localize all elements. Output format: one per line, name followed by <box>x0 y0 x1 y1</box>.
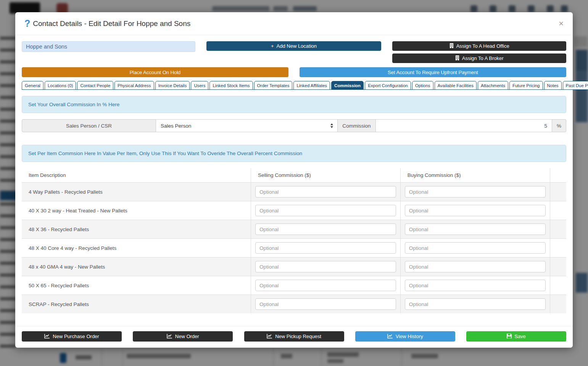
table-row: 48 X 36 - Recycled Pallets <box>22 220 566 238</box>
tab-contact-people[interactable]: Contact People <box>77 81 113 90</box>
selling-commission-input[interactable] <box>255 298 396 310</box>
item-description: 48 X 40 Core 4 way - Recycled Pallets <box>22 239 251 257</box>
buying-commission-input[interactable] <box>405 205 546 216</box>
selling-commission-input[interactable] <box>255 280 396 291</box>
header-selling-commission: Selling Commission ($) <box>251 168 400 182</box>
assign-head-office-button[interactable]: Assign To A Head Office <box>392 41 566 51</box>
tab-invoice-details[interactable]: Invoice Details <box>155 81 190 90</box>
table-row: 4 Way Pallets - Recycled Pallets <box>22 182 566 201</box>
table-header-row: Item Description Selling Commission ($) … <box>22 168 566 182</box>
modal-body: + Add New Location Assign To A Head Offi… <box>15 35 573 326</box>
selling-commission-input[interactable] <box>255 205 396 216</box>
tab-linked-affiliates[interactable]: Linked Affiliates <box>293 81 330 90</box>
sales-person-selected-value: Sales Person <box>161 123 191 129</box>
buying-commission-input[interactable] <box>405 242 546 254</box>
modal-title: Contact Details - Edit Detail For Hoppe … <box>33 19 190 28</box>
item-description: 50 X 65 - Recycled Pallets <box>22 276 251 295</box>
buying-commission-input[interactable] <box>405 223 546 235</box>
save-label: Save <box>514 334 526 339</box>
tab-bar: General Locations (0) Contact People Phy… <box>22 81 566 90</box>
new-order-label: New Order <box>175 334 199 339</box>
table-row: SCRAP - Recycled Pallets <box>22 295 566 313</box>
tab-locations[interactable]: Locations (0) <box>45 81 76 90</box>
contact-details-modal: ? Contact Details - Edit Detail For Hopp… <box>15 12 573 348</box>
selling-commission-input[interactable] <box>255 242 396 254</box>
item-description: 48 x 40 GMA 4 way - New Pallets <box>22 257 251 276</box>
percent-unit-label: % <box>552 119 566 132</box>
item-description: SCRAP - Recycled Pallets <box>22 295 251 313</box>
chart-line-icon <box>44 334 50 340</box>
per-item-commission-info: Set Per Item Commsion Here In Value Per … <box>22 145 566 162</box>
assign-buttons-column: Assign To A Head Office Assign To A Brok… <box>392 41 566 63</box>
account-actions-row: + Add New Location Assign To A Head Offi… <box>22 41 566 63</box>
overall-commission-info: Set Your Overall Commission In % Here <box>22 96 566 113</box>
close-icon[interactable]: × <box>559 19 564 28</box>
table-row: 48 X 40 Core 4 way - Recycled Pallets <box>22 238 566 257</box>
sort-arrows-icon <box>330 123 333 128</box>
tab-linked-stock-items[interactable]: Linked Stock Items <box>209 81 253 90</box>
sales-person-select[interactable]: Sales Person <box>156 119 338 132</box>
tab-users[interactable]: Users <box>191 81 208 90</box>
new-order-button[interactable]: New Order <box>133 331 233 342</box>
tab-general[interactable]: General <box>22 81 43 90</box>
new-pickup-request-label: New Pickup Request <box>275 334 321 339</box>
view-history-label: View History <box>396 334 423 339</box>
tab-order-templates[interactable]: Order Templates <box>254 81 293 90</box>
tab-future-pricing[interactable]: Future Pricing <box>509 81 543 90</box>
selling-commission-input[interactable] <box>255 261 396 272</box>
account-name-input[interactable] <box>22 41 195 52</box>
buying-commission-input[interactable] <box>405 298 546 310</box>
help-icon[interactable]: ? <box>24 18 30 29</box>
item-description: 4 Way Pallets - Recycled Pallets <box>22 183 251 201</box>
row-empty-cell <box>550 276 566 295</box>
header-item-description: Item Description <box>22 168 251 182</box>
buying-commission-input[interactable] <box>405 186 546 198</box>
selling-commission-input[interactable] <box>255 186 396 198</box>
item-description: 48 X 36 - Recycled Pallets <box>22 220 251 238</box>
table-row: 40 X 30 2 way - Heat Treated - New Palle… <box>22 201 566 220</box>
tab-options[interactable]: Options <box>412 81 433 90</box>
place-account-on-hold-button[interactable]: Place Account On Hold <box>22 67 288 77</box>
commission-percent-input[interactable] <box>375 119 552 132</box>
commission-input-group: Sales Person / CSR Sales Person Commissi… <box>22 119 566 132</box>
assign-head-office-label: Assign To A Head Office <box>456 43 509 49</box>
tab-available-facilities[interactable]: Available Facilities <box>435 81 477 90</box>
modal-footer: New Purchase Order New Order New Pickup … <box>15 326 573 348</box>
building-icon <box>449 43 454 49</box>
row-empty-cell <box>550 239 566 257</box>
save-icon <box>507 334 512 340</box>
row-empty-cell <box>550 183 566 201</box>
upfront-payment-button[interactable]: Set Account To Require Upfront Payment <box>300 67 566 77</box>
row-empty-cell <box>550 295 566 313</box>
header-buying-commission: Buying Commission ($) <box>400 168 550 182</box>
chart-line-icon <box>267 334 272 340</box>
selling-commission-input[interactable] <box>255 223 396 235</box>
commission-table: Item Description Selling Commission ($) … <box>22 168 566 313</box>
chart-line-icon <box>387 334 393 340</box>
assign-broker-button[interactable]: Assign To A Broker <box>392 53 566 63</box>
tab-attachments[interactable]: Attachments <box>478 81 508 90</box>
save-button[interactable]: Save <box>466 331 566 342</box>
row-empty-cell <box>550 257 566 276</box>
add-new-location-button[interactable]: + Add New Location <box>206 41 382 51</box>
item-description: 40 X 30 2 way - Heat Treated - New Palle… <box>22 201 251 220</box>
commission-label: Commission <box>338 119 375 132</box>
tab-notes[interactable]: Notes <box>544 81 562 90</box>
tab-past-due-payments[interactable]: Past Due Payments <box>563 81 588 90</box>
assign-broker-label: Assign To A Broker <box>462 55 504 61</box>
new-purchase-order-button[interactable]: New Purchase Order <box>22 331 122 342</box>
add-new-location-label: Add New Location <box>277 43 317 49</box>
buying-commission-input[interactable] <box>405 280 546 291</box>
modal-header: ? Contact Details - Edit Detail For Hopp… <box>15 12 573 35</box>
plus-icon: + <box>271 43 274 49</box>
sales-person-csr-label: Sales Person / CSR <box>22 119 156 132</box>
buying-commission-input[interactable] <box>405 261 546 272</box>
tab-physical-address[interactable]: Physical Address <box>114 81 154 90</box>
tab-commission[interactable]: Commission <box>331 81 364 90</box>
view-history-button[interactable]: View History <box>355 331 455 342</box>
chart-line-icon <box>167 334 172 340</box>
building-icon <box>455 55 459 62</box>
table-row: 48 x 40 GMA 4 way - New Pallets <box>22 257 566 276</box>
new-pickup-request-button[interactable]: New Pickup Request <box>244 331 344 342</box>
tab-export-configuration[interactable]: Export Configuration <box>365 81 411 90</box>
